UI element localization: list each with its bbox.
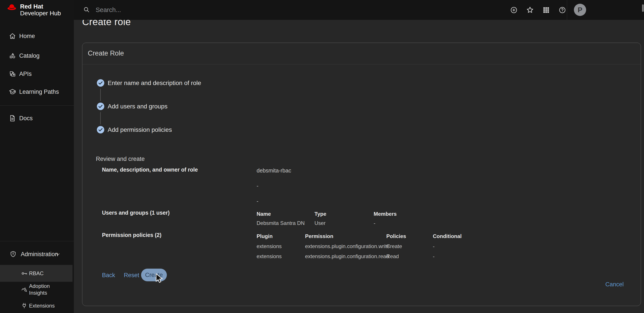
- sidebar-item-apis[interactable]: APIs: [0, 65, 74, 83]
- review-role-name: debsmita-rbac: [256, 167, 291, 174]
- plug-icon: [21, 302, 28, 309]
- global-search[interactable]: Search...: [83, 0, 121, 20]
- learning-paths-icon: [9, 88, 16, 96]
- review-users-label: Users and groups (1 user): [102, 210, 170, 216]
- step-1-check-icon: [96, 79, 104, 87]
- logo-text: Red Hat Developer Hub: [20, 2, 61, 17]
- step-3-check-icon: [96, 126, 104, 134]
- sidebar-item-extensions[interactable]: Extensions: [0, 298, 72, 313]
- table-cell: Read: [386, 253, 433, 259]
- column-header: Members: [374, 211, 417, 217]
- permissions-table: Plugin Permission Policies Conditional e…: [256, 233, 476, 259]
- scrollbar-thumb[interactable]: [642, 4, 644, 12]
- column-header: Policies: [386, 233, 433, 239]
- review-heading: Review and create: [96, 156, 145, 162]
- sidebar-item-administration[interactable]: Administration: [0, 245, 74, 263]
- table-cell: extensions.plugin.configuration.read: [305, 253, 386, 259]
- key-icon: [21, 270, 28, 277]
- sidebar-item-adoption-insights[interactable]: Adoption Insights: [0, 282, 72, 297]
- top-bar: Search... P: [74, 0, 644, 20]
- cancel-button[interactable]: Cancel: [605, 281, 624, 288]
- column-header: Permission: [305, 233, 386, 239]
- reset-button[interactable]: Reset: [124, 272, 139, 279]
- table-cell: extensions: [256, 253, 305, 259]
- back-button[interactable]: Back: [102, 272, 115, 279]
- table-cell: User: [314, 220, 374, 226]
- page-scrollbar[interactable]: [642, 0, 644, 313]
- create-new-icon[interactable]: [510, 6, 518, 14]
- shield-admin-icon: [10, 251, 16, 258]
- sidebar-item-docs[interactable]: Docs: [0, 110, 74, 127]
- step-connector: [100, 89, 101, 101]
- column-header: Plugin: [256, 233, 305, 239]
- sidebar-divider: [0, 105, 74, 106]
- main-content: Create role Create Role Enter name and d…: [74, 20, 644, 313]
- create-button[interactable]: Create: [141, 269, 167, 281]
- step-connector: [100, 112, 101, 124]
- column-header: Conditional: [433, 233, 476, 239]
- apps-grid-icon[interactable]: [542, 6, 550, 14]
- help-icon[interactable]: [558, 6, 566, 14]
- search-input[interactable]: Search...: [96, 6, 121, 14]
- review-role-description: -: [256, 183, 258, 189]
- app-window: Red Hat Developer Hub Home Catalog APIs: [0, 0, 644, 313]
- redhat-hat-icon: [6, 2, 18, 15]
- table-cell: extensions.plugin.configuration.write: [305, 243, 386, 249]
- apis-icon: [9, 70, 16, 78]
- card-header-divider: [82, 64, 641, 65]
- table-cell: Debsmita Santra DN: [256, 220, 314, 226]
- docs-icon: [9, 115, 16, 122]
- adoption-insights-icon: [21, 286, 28, 293]
- redhat-logo[interactable]: Red Hat Developer Hub: [6, 2, 61, 17]
- table-cell: -: [433, 253, 476, 259]
- step-2-check-icon: [96, 102, 104, 110]
- search-icon: [83, 6, 90, 14]
- table-cell: -: [433, 243, 476, 249]
- sidebar: Red Hat Developer Hub Home Catalog APIs: [0, 0, 74, 313]
- sidebar-item-home[interactable]: Home: [0, 27, 74, 45]
- sidebar-item-catalog[interactable]: Catalog: [0, 47, 74, 65]
- page-title: Create role: [82, 20, 131, 27]
- catalog-icon: [9, 52, 16, 60]
- review-role-owner: -: [256, 198, 258, 204]
- starred-icon[interactable]: [526, 6, 534, 14]
- topbar-divider: [567, 0, 567, 20]
- review-permissions-label: Permission policies (2): [102, 232, 162, 238]
- review-name-label: Name, description, and owner of role: [102, 167, 198, 173]
- table-cell: extensions: [256, 243, 305, 249]
- home-icon: [9, 32, 16, 40]
- column-header: Name: [256, 211, 314, 217]
- sidebar-item-rbac[interactable]: RBAC: [0, 265, 72, 282]
- chevron-down-icon: [55, 251, 61, 257]
- users-table: Name Type Members Debsmita Santra DN Use…: [256, 211, 417, 226]
- card-title: Create Role: [88, 49, 124, 57]
- sidebar-item-learning-paths[interactable]: Learning Paths: [0, 83, 74, 101]
- table-cell: Create: [386, 243, 433, 249]
- column-header: Type: [314, 211, 374, 217]
- table-cell: -: [374, 220, 417, 226]
- avatar[interactable]: P: [574, 4, 586, 16]
- create-role-card: Create Role Enter name and description o…: [82, 43, 641, 306]
